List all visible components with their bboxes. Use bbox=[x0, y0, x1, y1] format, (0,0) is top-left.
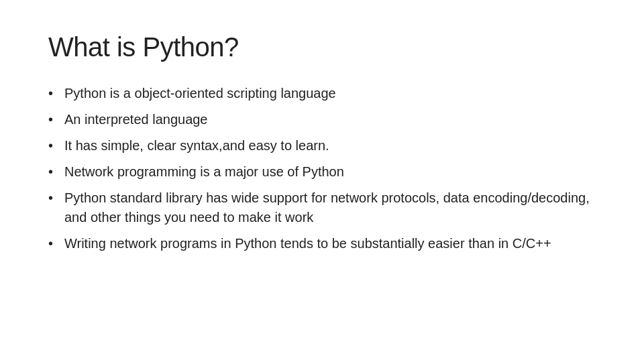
bullet-dot: • bbox=[48, 110, 60, 129]
bullet-text-4: Python standard library has wide support… bbox=[64, 188, 596, 227]
bullet-dot: • bbox=[48, 162, 60, 182]
bullet-text-2: It has simple, clear syntax,and easy to … bbox=[64, 136, 596, 156]
bullet-item: •Python is a object-oriented scripting l… bbox=[48, 84, 596, 103]
bullet-item: •It has simple, clear syntax,and easy to… bbox=[48, 136, 596, 156]
bullet-text-1: An interpreted language bbox=[64, 110, 596, 129]
slide-title: What is Python? bbox=[48, 32, 596, 62]
bullet-dot: • bbox=[48, 136, 60, 156]
bullet-text-3: Network programming is a major use of Py… bbox=[64, 162, 596, 182]
bullet-list: •Python is a object-oriented scripting l… bbox=[48, 84, 596, 253]
bullet-item: •An interpreted language bbox=[48, 110, 596, 129]
bullet-dot: • bbox=[48, 188, 60, 208]
bullet-dot: • bbox=[48, 84, 60, 103]
bullet-dot: • bbox=[48, 234, 60, 253]
slide: What is Python? •Python is a object-orie… bbox=[0, 0, 644, 362]
bullet-item: •Python standard library has wide suppor… bbox=[48, 188, 596, 227]
bullet-text-5: Writing network programs in Python tends… bbox=[64, 234, 596, 253]
bullet-item: •Writing network programs in Python tend… bbox=[48, 234, 596, 253]
bullet-item: •Network programming is a major use of P… bbox=[48, 162, 596, 182]
bullet-text-0: Python is a object-oriented scripting la… bbox=[64, 84, 596, 103]
